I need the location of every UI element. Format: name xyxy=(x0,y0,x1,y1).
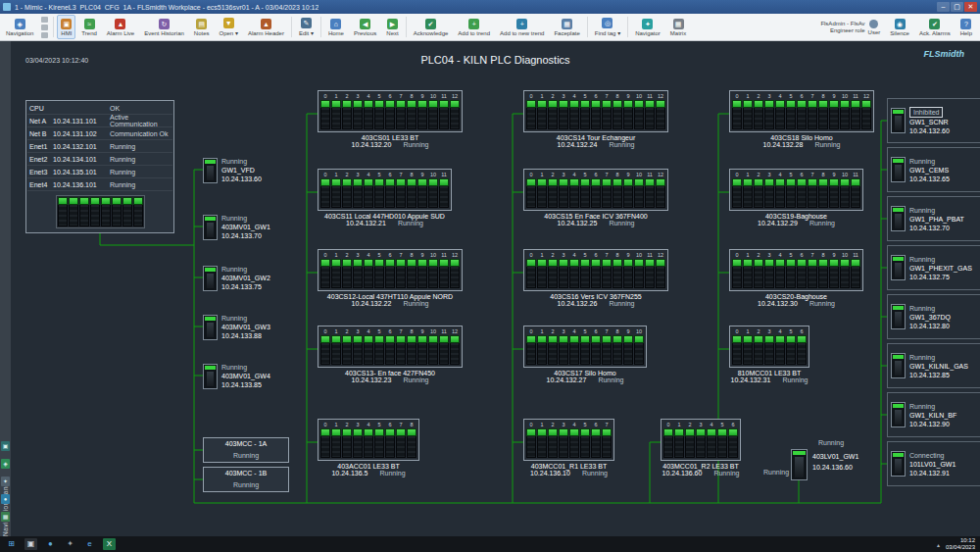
ribbon-button-open[interactable]: ▼Open ▾ xyxy=(216,15,242,39)
module-body xyxy=(674,436,684,458)
rack-403cs15[interactable]: 0123456789101112403CS15 En Face ICV 367F… xyxy=(523,169,668,226)
rack-403mcc01-r1[interactable]: 01234567403MCC01_R1 LE33 BT10.24.136.10R… xyxy=(523,419,614,477)
module-led-cap xyxy=(407,259,416,267)
mini-tool-icon[interactable] xyxy=(41,17,48,23)
node-403mv01-gw1[interactable]: Running403MV01_GW110.24.133.70 xyxy=(203,214,270,240)
node-gw1-367dq[interactable]: RunningGW1_367DQ10.24.132.80 xyxy=(887,294,980,339)
tools-icon[interactable]: ✦ xyxy=(64,538,76,550)
module-body xyxy=(797,108,807,129)
node-gw1-vfd[interactable]: RunningGW1_VFD10.24.133.60 xyxy=(203,157,262,183)
module-led-cap xyxy=(656,100,665,108)
rack-403cs18[interactable]: 0123456789101112403CS18 Silo Homo10.24.1… xyxy=(729,90,874,148)
ribbon-button-navigation[interactable]: ◈ Navigation xyxy=(2,15,37,39)
ribbon-button-find-tag[interactable]: ◎Find tag ▾ xyxy=(591,15,624,39)
node-gw1-scnr[interactable]: InhibitedGW1_SCNR10.24.132.60 xyxy=(887,98,980,143)
node-403mv01-gw4[interactable]: Running403MV01_GW410.24.133.85 xyxy=(203,363,270,389)
browser-globe-icon[interactable]: ● xyxy=(44,538,57,550)
io-module-slot: 0 xyxy=(526,172,536,208)
close-button[interactable]: ✕ xyxy=(964,2,977,12)
node-403lv01-gw1[interactable]: Running 403LV01_GW1 10.24.136.60 Running xyxy=(763,437,873,486)
ribbon-button-hmi[interactable]: ▣HMI xyxy=(57,15,75,39)
rack-403cs14[interactable]: 0123456789101112403CS14 Tour Echangeur10… xyxy=(523,90,668,148)
ribbon-button-matrix[interactable]: ▦Matrix xyxy=(666,15,690,39)
rack-810mcc01[interactable]: 0123456810MCC01 LE33 BT10.24.132.31Runni… xyxy=(729,326,809,383)
ribbon-button-home[interactable]: ⌂Home xyxy=(324,15,348,39)
rack-403acc01[interactable]: 012345678403ACC01 LE33 BT10.24.136.5Runn… xyxy=(318,419,419,477)
quick-launch-icon[interactable]: ▣ xyxy=(1,441,10,451)
slot-number: 0 xyxy=(663,422,673,428)
rack-403mcc01-r2[interactable]: 0123456403MCC01_R2 LE33 BT10.24.136.60Ru… xyxy=(661,419,741,477)
ribbon-button-add-to-new-trend[interactable]: +Add to new trend xyxy=(496,15,548,39)
quick-launch-icon[interactable]: ◈ xyxy=(1,459,10,469)
ribbon-button-faceplate[interactable]: ▦Faceplate xyxy=(550,15,583,39)
module-body xyxy=(374,186,384,208)
ribbon-button-add-to-trend[interactable]: +Add to trend xyxy=(454,15,494,39)
io-module-slot: 4 xyxy=(364,422,373,458)
ribbon-button-previous[interactable]: ◀Previous xyxy=(350,15,380,39)
rack-403cs16[interactable]: 0123456789101112403CS16 Vers ICV 367FN25… xyxy=(523,249,668,307)
module-body xyxy=(450,343,460,365)
module-led-cap xyxy=(797,178,807,186)
io-module-slot: 7 xyxy=(602,422,612,458)
node-gw1-cems[interactable]: RunningGW1_CEMS10.24.132.65 xyxy=(887,147,980,192)
module-led-cap xyxy=(79,197,89,205)
node-gw1-kilnil-gas[interactable]: RunningGW1_KILNIL_GAS10.24.132.85 xyxy=(887,343,980,388)
module-body xyxy=(656,267,665,288)
ribbon-button-help[interactable]: ?Help xyxy=(956,17,976,38)
io-module-slot: 11 xyxy=(645,252,655,288)
excel-icon[interactable]: X xyxy=(103,538,116,550)
quick-launch-icon[interactable]: ▦ xyxy=(1,512,10,522)
maximize-button[interactable]: ▢ xyxy=(951,2,963,12)
box-403mcc-1a[interactable]: 403MCC - 1ARunning xyxy=(203,437,289,463)
ribbon-button-trend[interactable]: ≈Trend xyxy=(77,15,100,39)
rack-403cs19-baghouse[interactable]: 01234567891011403CS19-Baghouse10.24.132.… xyxy=(729,169,863,226)
slot-number: 7 xyxy=(396,328,406,335)
rack-403cs17[interactable]: 012345678910403CS17 Silo Homo10.24.132.2… xyxy=(523,326,647,383)
cpu-status-panel[interactable]: CPUOKNet A10.24.131.101Active Communicat… xyxy=(25,100,174,233)
slot-number: 5 xyxy=(374,252,384,259)
node-403mv01-gw2[interactable]: Running403MV01_GW210.24.133.75 xyxy=(203,265,270,291)
ribbon-button-event-historian[interactable]: ↻Event Historian xyxy=(140,15,188,39)
slot-number: 3 xyxy=(764,93,774,100)
node-gw1-pha-pbat[interactable]: RunningGW1_PHA_PBAT10.24.132.70 xyxy=(887,196,980,241)
io-module-slot: 5 xyxy=(786,172,796,208)
module-body xyxy=(602,108,612,129)
node-403mv01-gw3[interactable]: Running403MV01_GW310.24.133.88 xyxy=(203,314,270,340)
node-101lv01-gw1[interactable]: Connecting101LV01_GW110.24.132.91 xyxy=(887,441,980,486)
slot-number: 8 xyxy=(818,172,828,178)
start-icon[interactable]: ⊞ xyxy=(5,538,18,550)
node-gw1-phexit-gas[interactable]: RunningGW1_PHEXIT_GAS10.24.132.75 xyxy=(887,245,980,290)
workplace-app-icon[interactable]: ▣ xyxy=(24,538,37,550)
ribbon-button-acknowledge[interactable]: ✔Acknowledge xyxy=(410,15,453,39)
ribbon-button-navigator[interactable]: ✦Navigator xyxy=(631,15,664,39)
tray-expand-icon[interactable]: ▴ xyxy=(937,541,940,548)
ribbon-button-silence[interactable]: ◉Silence xyxy=(886,17,913,38)
node-ip: 10.24.133.70 xyxy=(221,231,270,240)
ribbon-button-alarm-header[interactable]: ▲Alarm Header xyxy=(244,15,288,39)
ribbon-button-alarm-live[interactable]: ▲Alarm Live xyxy=(103,15,138,39)
quick-launch-icon[interactable]: ● xyxy=(1,494,10,504)
taskbar-clock[interactable]: 10:12 03/04/2023 xyxy=(946,537,975,551)
rack-403cs11[interactable]: 01234567891011403CS11 Local 447HD010 App… xyxy=(318,169,452,226)
quick-launch-icon[interactable]: ✦ xyxy=(1,477,10,486)
module-led-cap xyxy=(797,100,807,108)
minimize-button[interactable]: – xyxy=(937,2,950,12)
ribbon-button-next[interactable]: ▶Next xyxy=(382,15,402,39)
node-gw1-kiln-bf[interactable]: RunningGW1_KILN_BF10.24.132.90 xyxy=(887,392,980,437)
box-403mcc-1b[interactable]: 403MCC - 1BRunning xyxy=(203,467,289,492)
ribbon-button-ack-alarms[interactable]: ✔Ack. Alarms xyxy=(915,17,955,38)
rack-403cs01[interactable]: 0123456789101112403CS01 LE33 BT10.24.132… xyxy=(318,90,463,148)
rack-403cs20-baghouse[interactable]: 01234567891011403CS20-Baghouse10.24.132.… xyxy=(729,249,863,307)
internet-explorer-icon[interactable]: e xyxy=(83,538,96,550)
mini-tool-icon[interactable] xyxy=(41,25,48,30)
module-led-cap xyxy=(818,178,828,186)
rack-403cs13[interactable]: 0123456789101112403CS13- En face 427FN45… xyxy=(318,326,463,383)
ribbon-button-notes[interactable]: ▤Notes xyxy=(190,15,214,39)
node-status: Running xyxy=(221,265,270,274)
rack-403cs12-local[interactable]: 0123456789101112403CS12-Local 437HT110 A… xyxy=(318,249,463,307)
mini-tool-icon[interactable] xyxy=(41,32,48,38)
slot-number: 1 xyxy=(331,328,341,335)
plc-device-icon xyxy=(891,206,906,231)
rack-sub-line: 10.24.132.31Running xyxy=(729,376,809,383)
ribbon-button-edit[interactable]: ✎Edit ▾ xyxy=(295,15,318,39)
